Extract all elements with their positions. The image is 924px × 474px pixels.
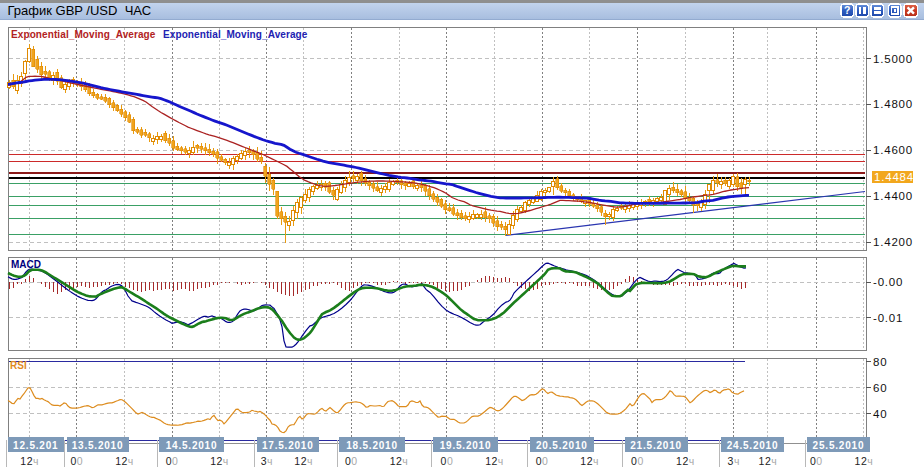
svg-text:MACD: MACD [11, 259, 41, 270]
svg-text:Exponential_Moving_Average: Exponential_Moving_Average [163, 29, 308, 40]
svg-text:21.5.2010: 21.5.2010 [630, 440, 682, 451]
svg-text:00: 00 [345, 455, 358, 467]
svg-text:12ч: 12ч [855, 455, 874, 467]
svg-text:1.4200: 1.4200 [873, 236, 913, 248]
svg-text:00: 00 [536, 455, 549, 467]
svg-text:1.4800: 1.4800 [873, 98, 913, 110]
svg-text:18.5.2010: 18.5.2010 [346, 440, 398, 451]
svg-text:14.5.2010: 14.5.2010 [166, 440, 218, 451]
svg-text:12ч: 12ч [485, 455, 504, 467]
svg-text:13.5.2010: 13.5.2010 [72, 440, 124, 451]
svg-text:00: 00 [810, 455, 823, 467]
svg-text:3ч: 3ч [261, 455, 273, 467]
svg-text:График GBP /USD ЧАС: График GBP /USD ЧАС [8, 3, 152, 18]
svg-text:12ч: 12ч [294, 455, 313, 467]
svg-text:17.5.2010: 17.5.2010 [262, 440, 314, 451]
svg-text:12ч: 12ч [210, 455, 229, 467]
svg-text:12ч: 12ч [759, 455, 778, 467]
svg-text:00: 00 [70, 455, 83, 467]
svg-text:1.4400: 1.4400 [873, 190, 913, 202]
svg-text:12ч: 12ч [390, 455, 409, 467]
svg-text:00: 00 [166, 455, 179, 467]
svg-text:12ч: 12ч [115, 455, 134, 467]
svg-text:00: 00 [631, 455, 644, 467]
svg-text:3ч: 3ч [728, 455, 740, 467]
svg-text:40: 40 [873, 408, 887, 420]
svg-text:80: 80 [873, 356, 887, 368]
svg-text:Exponential_Moving_Average: Exponential_Moving_Average [11, 29, 156, 40]
svg-text:00: 00 [441, 455, 454, 467]
svg-text:12ч: 12ч [580, 455, 599, 467]
svg-text:1.5000: 1.5000 [873, 53, 913, 65]
svg-text:20.5.2010: 20.5.2010 [536, 440, 588, 451]
svg-text:-0.01: -0.01 [873, 312, 903, 324]
svg-text:12ч: 12ч [676, 455, 695, 467]
svg-text:1.4600: 1.4600 [873, 144, 913, 156]
svg-text:1.4484: 1.4484 [874, 171, 914, 183]
svg-text:60: 60 [873, 382, 887, 394]
svg-text:19.5.2010: 19.5.2010 [440, 440, 492, 451]
svg-text:?: ? [844, 4, 850, 16]
svg-text:RSI: RSI [10, 360, 27, 371]
svg-text:24.5.2010: 24.5.2010 [727, 440, 779, 451]
svg-text:12ч: 12ч [20, 455, 39, 467]
svg-text:25.5.2010: 25.5.2010 [813, 440, 865, 451]
svg-text:12.5.201: 12.5.201 [13, 440, 58, 451]
svg-text:-0.00: -0.00 [873, 276, 903, 288]
